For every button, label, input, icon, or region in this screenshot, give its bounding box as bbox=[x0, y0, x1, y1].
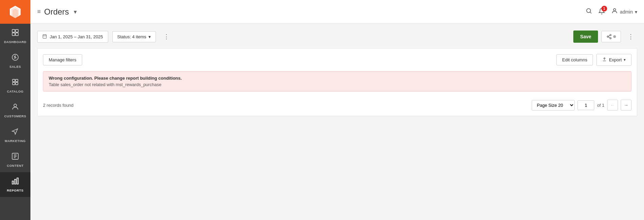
sidebar-item-customers[interactable]: CUSTOMERS bbox=[0, 98, 30, 123]
previous-page-button[interactable]: ← bbox=[607, 100, 618, 111]
sales-icon: $ bbox=[11, 53, 19, 63]
page-size-select[interactable]: Page Size 20 Page Size 50 Page Size 100 bbox=[532, 100, 575, 111]
records-count: 2 records found bbox=[43, 103, 73, 108]
notification-button[interactable]: 1 bbox=[598, 8, 605, 16]
svg-point-27 bbox=[610, 38, 611, 39]
main-content: ≡ Orders ▾ 1 bbox=[30, 0, 644, 220]
next-page-button[interactable]: → bbox=[621, 100, 631, 111]
topbar-more-options-button[interactable]: ⋮ bbox=[624, 31, 637, 42]
content-area: Jan 1, 2025 – Jan 31, 2025 Status: 4 ite… bbox=[30, 24, 644, 220]
customers-icon bbox=[11, 103, 19, 112]
calendar-icon bbox=[42, 34, 47, 40]
sidebar-item-label-marketing: MARKETING bbox=[5, 139, 26, 143]
svg-rect-5 bbox=[12, 33, 15, 36]
svg-rect-6 bbox=[16, 33, 18, 36]
admin-menu[interactable]: admin ▾ bbox=[611, 7, 637, 16]
export-label: Export bbox=[609, 57, 622, 62]
topbar: ≡ Orders ▾ 1 bbox=[30, 0, 644, 24]
admin-avatar-icon bbox=[611, 7, 618, 16]
sidebar-item-label-customers: CUSTOMERS bbox=[4, 114, 26, 118]
share-dot bbox=[613, 35, 616, 38]
svg-text:$: $ bbox=[14, 56, 16, 59]
export-up-arrow-icon bbox=[602, 57, 607, 63]
save-button[interactable]: Save bbox=[573, 31, 598, 43]
share-icon bbox=[606, 34, 612, 39]
svg-rect-4 bbox=[16, 29, 18, 32]
svg-rect-16 bbox=[15, 179, 16, 184]
manage-filters-button[interactable]: Manage filters bbox=[43, 54, 82, 65]
magento-logo-icon bbox=[8, 4, 23, 19]
svg-rect-12 bbox=[16, 82, 18, 85]
status-filter[interactable]: Status: 4 items ▾ bbox=[112, 31, 156, 42]
error-detail: Table sales_order not related with mst_r… bbox=[49, 82, 626, 87]
topbar-right: 1 admin ▾ bbox=[585, 7, 637, 16]
svg-point-26 bbox=[607, 36, 608, 37]
svg-line-19 bbox=[590, 12, 592, 14]
sidebar-item-marketing[interactable]: MARKETING bbox=[0, 123, 30, 147]
marketing-icon bbox=[11, 127, 19, 137]
chevron-left-icon: ← bbox=[610, 102, 615, 108]
reports-icon bbox=[11, 177, 19, 186]
chevron-right-icon: → bbox=[624, 102, 628, 108]
content-icon bbox=[11, 152, 19, 162]
pagination: Page Size 20 Page Size 50 Page Size 100 … bbox=[532, 100, 631, 111]
hamburger-icon[interactable]: ≡ bbox=[37, 8, 41, 15]
svg-rect-11 bbox=[13, 82, 15, 85]
sidebar: DASHBOARD $ SALES CATALOG bbox=[0, 0, 30, 220]
admin-label: admin bbox=[620, 9, 633, 15]
svg-rect-15 bbox=[12, 181, 14, 184]
svg-rect-9 bbox=[13, 79, 15, 82]
status-dropdown-arrow: ▾ bbox=[148, 34, 151, 39]
admin-dropdown-arrow: ▾ bbox=[635, 9, 637, 15]
svg-rect-10 bbox=[16, 79, 18, 82]
svg-line-28 bbox=[608, 37, 610, 38]
svg-marker-2 bbox=[13, 9, 18, 18]
filter-bar: Jan 1, 2025 – Jan 31, 2025 Status: 4 ite… bbox=[37, 31, 637, 43]
sidebar-item-sales[interactable]: $ SALES bbox=[0, 48, 30, 73]
export-dropdown-arrow: ▾ bbox=[624, 58, 626, 62]
error-title: Wrong configuration. Please change repor… bbox=[49, 76, 626, 81]
dashboard-icon bbox=[11, 28, 19, 38]
grid-actions-right: Edit columns Export ▾ bbox=[556, 54, 631, 66]
svg-point-20 bbox=[614, 8, 616, 11]
sidebar-item-content[interactable]: CONTENT bbox=[0, 147, 30, 172]
export-button[interactable]: Export ▾ bbox=[596, 54, 631, 66]
page-number-input[interactable] bbox=[577, 100, 594, 110]
catalog-icon bbox=[11, 78, 19, 87]
page-of-label: of 1 bbox=[597, 103, 604, 108]
filter-bar-right: Save ⋮ bbox=[573, 31, 637, 43]
svg-point-25 bbox=[610, 34, 611, 36]
sidebar-item-dashboard[interactable]: DASHBOARD bbox=[0, 24, 30, 48]
svg-rect-17 bbox=[17, 178, 18, 184]
sidebar-item-label-catalog: CATALOG bbox=[7, 89, 23, 93]
notification-badge: 1 bbox=[601, 6, 607, 12]
more-options-button[interactable]: ⋮ bbox=[160, 32, 173, 42]
sidebar-item-label-sales: SALES bbox=[9, 65, 21, 68]
svg-rect-3 bbox=[12, 29, 15, 32]
grid-footer: 2 records found Page Size 20 Page Size 5… bbox=[43, 97, 631, 111]
svg-point-13 bbox=[14, 104, 17, 107]
topbar-left: ≡ Orders ▾ bbox=[37, 7, 77, 17]
page-title: Orders bbox=[44, 7, 69, 17]
svg-rect-21 bbox=[43, 35, 47, 38]
sidebar-item-label-reports: REPORTS bbox=[7, 188, 23, 192]
share-button[interactable] bbox=[601, 31, 621, 42]
sidebar-logo bbox=[0, 0, 30, 24]
date-range-label: Jan 1, 2025 – Jan 31, 2025 bbox=[50, 34, 103, 39]
grid-toolbar: Manage filters Edit columns Export ▾ bbox=[43, 54, 631, 66]
title-dropdown-arrow[interactable]: ▾ bbox=[74, 8, 77, 16]
date-range-filter[interactable]: Jan 1, 2025 – Jan 31, 2025 bbox=[37, 31, 108, 43]
sidebar-item-reports[interactable]: REPORTS bbox=[0, 172, 30, 197]
sidebar-item-label-dashboard: DASHBOARD bbox=[4, 40, 26, 44]
svg-point-18 bbox=[586, 8, 591, 13]
status-filter-label: Status: 4 items bbox=[117, 34, 146, 39]
error-banner: Wrong configuration. Please change repor… bbox=[43, 71, 631, 92]
sidebar-item-label-content: CONTENT bbox=[7, 164, 23, 167]
grid-panel: Manage filters Edit columns Export ▾ bbox=[37, 48, 637, 116]
edit-columns-button[interactable]: Edit columns bbox=[556, 54, 593, 65]
search-icon[interactable] bbox=[585, 7, 592, 16]
sidebar-item-catalog[interactable]: CATALOG bbox=[0, 73, 30, 98]
svg-line-29 bbox=[608, 35, 610, 36]
